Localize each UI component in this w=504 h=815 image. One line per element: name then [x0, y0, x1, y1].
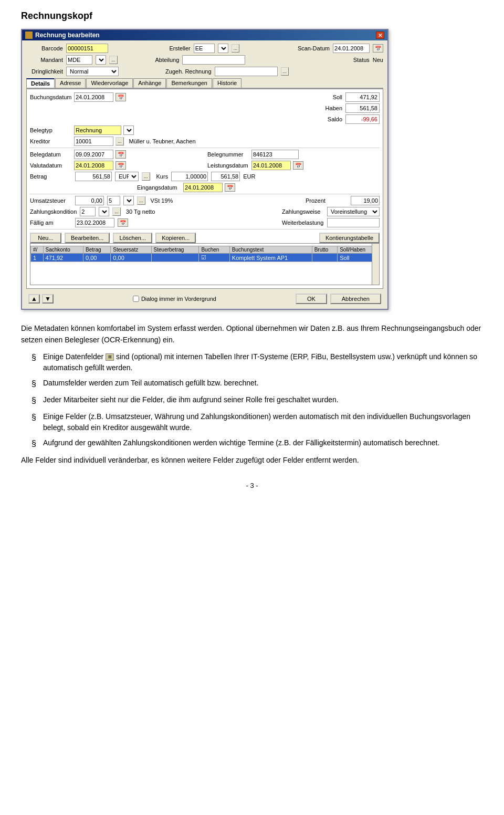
betrag-kurs-row: Betrag EUR ... Kurs EUR: [30, 172, 380, 181]
status-value: Neu: [373, 57, 383, 63]
haben-label: Haben: [324, 105, 342, 111]
nav-arrows: ▲ ▼: [28, 294, 54, 304]
tab-adresse[interactable]: Adresse: [55, 78, 86, 88]
betrag-input[interactable]: [75, 172, 112, 181]
valutadatum-label: Valutadatum: [30, 162, 72, 169]
belegdatum-input[interactable]: [74, 150, 113, 159]
zahlungsweise-select[interactable]: Voreinstellung: [327, 207, 380, 216]
barcode-input[interactable]: [66, 44, 108, 53]
leistungsdatum-input[interactable]: [251, 161, 291, 170]
tab-anhaenge[interactable]: Anhänge: [133, 78, 166, 88]
belegdatum-belegnummer: Belegdatum 📅 Belegnummer: [30, 150, 380, 161]
kurs-label: Kurs: [156, 173, 169, 180]
faellig-label: Fällig am: [30, 220, 72, 226]
status-label: Status: [341, 57, 370, 63]
row-mandant: Mandant ... Abteilung Status Neu: [26, 55, 383, 65]
eingangsdatum-cal-btn[interactable]: 📅: [225, 183, 235, 192]
tab-historie[interactable]: Historie: [213, 78, 242, 88]
kopieren-button[interactable]: Kopieren...: [155, 233, 196, 243]
next-arrow-btn[interactable]: ▼: [42, 294, 54, 304]
col-buchungstext: Buchungstext: [229, 246, 312, 254]
details-panel: Buchungsdatum 📅 Soll 471,92 Haben 561,58: [26, 89, 383, 289]
dringlichkeit-label: Dringlichkeit: [26, 68, 63, 75]
bearbeiten-button[interactable]: Bearbeiten...: [65, 233, 110, 243]
kreditor-label: Kreditor: [30, 138, 72, 144]
bullet-5: § Aufgrund der gewählten Zahlungskonditi…: [32, 437, 483, 450]
tab-details[interactable]: Details: [26, 78, 55, 88]
leistungsdatum-row: Leistungsdatum 📅: [207, 161, 380, 170]
zahlungsweise-label: Zahlungsweise: [282, 208, 324, 215]
tab-bemerkungen[interactable]: Bemerkungen: [166, 78, 212, 88]
loeschen-button[interactable]: Löschen...: [113, 233, 152, 243]
belegtyp-row: Belegtyp: [30, 126, 380, 135]
faellig-input[interactable]: [75, 218, 114, 227]
bottom-nav: ▲ ▼ Dialog immer im Vordergrund OK Abbre…: [26, 292, 383, 306]
abteilung-input[interactable]: [182, 55, 245, 65]
cell-buchen: ☑: [199, 254, 229, 262]
scan-datum-btn[interactable]: 📅: [373, 44, 383, 53]
kontierungstabelle-button[interactable]: Kontierungstabelle: [319, 233, 380, 243]
action-buttons: Neu... Bearbeiten... Löschen... Kopieren…: [30, 233, 380, 243]
ust-btn[interactable]: ...: [137, 196, 145, 205]
betrag-currency-select[interactable]: EUR: [115, 172, 139, 181]
umsatzsteuer-label: Umsatzsteuer: [30, 197, 72, 204]
kurs-result-input[interactable]: [211, 172, 240, 181]
buchungsdatum-input[interactable]: [74, 92, 113, 102]
ersteller-btn[interactable]: ...: [232, 44, 240, 53]
faellig-cal-btn[interactable]: 📅: [118, 218, 128, 227]
buchungsdatum-cal-btn[interactable]: 📅: [116, 93, 126, 101]
umsatzsteuer-input[interactable]: [75, 196, 104, 205]
table-row[interactable]: 1 471,92 0,00 0,00 ☑ Komplett System AP1…: [31, 254, 379, 262]
prev-arrow-btn[interactable]: ▲: [28, 294, 40, 304]
ok-button[interactable]: OK: [296, 294, 327, 304]
dialog-window: Rechnung bearbeiten ✕ Barcode Ersteller …: [21, 29, 388, 310]
scan-datum-input[interactable]: [333, 44, 370, 53]
betrag-currency-btn[interactable]: ...: [142, 172, 150, 181]
ust-select[interactable]: [123, 196, 134, 205]
eingangsdatum-label: Eingangsdatum: [137, 184, 179, 191]
ersteller-input[interactable]: [194, 44, 215, 53]
valutadatum-cal-btn[interactable]: 📅: [116, 161, 126, 170]
ok-cancel-buttons: OK Abbrechen: [296, 294, 381, 304]
mandant-input[interactable]: [66, 55, 92, 65]
eingangsdatum-input[interactable]: [183, 183, 223, 192]
bullet-text-4: Einige Felder (z.B. Umsatzsteuer, Währun…: [43, 411, 483, 433]
col-betrag: Betrag: [83, 246, 111, 254]
dialog-title: Rechnung bearbeiten: [35, 32, 100, 39]
neu-button[interactable]: Neu...: [30, 233, 61, 243]
dringlichkeit-select[interactable]: Normal: [66, 67, 119, 76]
mandant-btn[interactable]: ...: [109, 56, 118, 64]
kreditor-btn[interactable]: ...: [116, 137, 124, 145]
bullet-symbol-2: §: [32, 378, 39, 390]
always-foreground-checkbox[interactable]: [133, 296, 139, 302]
valutadatum-input[interactable]: [74, 161, 113, 170]
belegtyp-input[interactable]: [74, 126, 121, 135]
belegdatum-cal-btn[interactable]: 📅: [116, 150, 126, 159]
belegtyp-label: Belegtyp: [30, 127, 72, 133]
kreditor-input[interactable]: [74, 137, 113, 146]
abbrechen-button[interactable]: Abbrechen: [330, 294, 381, 304]
belegdatum-label: Belegdatum: [30, 151, 72, 158]
belegtyp-select[interactable]: [123, 126, 134, 135]
leistungsdatum-cal-btn[interactable]: 📅: [293, 161, 303, 170]
weiterbelastung-input[interactable]: [327, 218, 380, 227]
zahlungskondition-input[interactable]: [80, 207, 96, 216]
zahlungskondition-row: Zahlungskondition ... 30 Tg netto Zahlun…: [30, 207, 380, 216]
zahlungskondition-btn[interactable]: ...: [112, 207, 121, 216]
kurs-input[interactable]: [171, 172, 208, 181]
close-button[interactable]: ✕: [376, 32, 384, 39]
barcode-label: Barcode: [26, 45, 63, 51]
tab-wiedervorlage[interactable]: Wiedervorlage: [86, 78, 133, 88]
prozent-input[interactable]: [351, 196, 380, 205]
bullet-3: § Jeder Mitarbeiter sieht nur die Felder…: [32, 394, 483, 407]
mandant-select[interactable]: [96, 55, 106, 65]
zugeh-rechnung-input[interactable]: [215, 67, 278, 76]
ust-percent-input[interactable]: [107, 196, 120, 205]
table-scrollbar[interactable]: [372, 244, 379, 285]
prozent-label: Prozent: [306, 197, 348, 204]
ersteller-select[interactable]: [218, 44, 228, 53]
zahlungskondition-select[interactable]: [99, 207, 109, 216]
bullet-symbol-1: §: [32, 351, 39, 373]
belegnummer-input[interactable]: [251, 150, 299, 159]
zugeh-rechnung-btn[interactable]: ...: [281, 67, 289, 76]
